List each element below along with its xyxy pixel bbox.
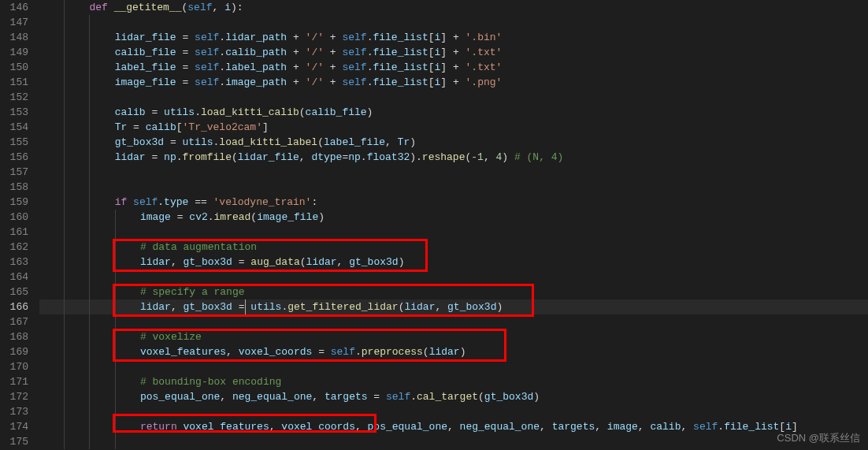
code-line: # data augmentation: [39, 240, 868, 255]
line-number-gutter: 1461471481491501511521531541551561571581…: [0, 0, 39, 450]
code-line: [39, 404, 868, 419]
line-number: 165: [0, 285, 28, 299]
line-number: 147: [0, 15, 28, 30]
line-number: 174: [0, 419, 28, 434]
code-line: label_file = self.label_path + '/' + sel…: [39, 60, 868, 75]
line-number: 148: [0, 30, 28, 45]
line-number: 157: [0, 165, 28, 180]
code-line: [39, 225, 868, 240]
code-line: image_file = self.image_path + '/' + sel…: [39, 75, 868, 90]
code-line: [39, 15, 868, 30]
code-line: return voxel_features, voxel_coords, pos…: [39, 419, 868, 434]
code-line: lidar = np.fromfile(lidar_file, dtype=np…: [39, 150, 868, 165]
line-number: 167: [0, 314, 28, 329]
code-line: pos_equal_one, neg_equal_one, targets = …: [39, 389, 868, 404]
code-line: image = cv2.imread(image_file): [39, 210, 868, 225]
line-number: 164: [0, 270, 28, 285]
code-line: calib = utils.load_kitti_calib(calib_fil…: [39, 105, 868, 120]
watermark: CSDN @联系丝信: [777, 430, 860, 445]
line-number: 150: [0, 60, 28, 75]
line-number: 162: [0, 240, 28, 255]
code-line: Tr = calib['Tr_velo2cam']: [39, 120, 868, 135]
code-line: [39, 270, 868, 285]
line-number: 166: [0, 299, 28, 314]
line-number: 171: [0, 374, 28, 389]
line-number: 146: [0, 0, 28, 15]
code-line: lidar, gt_box3d = aug_data(lidar, gt_box…: [39, 255, 868, 270]
line-number: 170: [0, 359, 28, 374]
code-line: [39, 180, 868, 195]
code-line: [39, 90, 868, 105]
line-number: 151: [0, 75, 28, 90]
code-line: lidar_file = self.lidar_path + '/' + sel…: [39, 30, 868, 45]
code-content[interactable]: def __getitem__(self, i): lidar_file = s…: [39, 0, 868, 450]
code-line: [39, 359, 868, 374]
line-number: 159: [0, 195, 28, 210]
code-line: [39, 434, 868, 449]
line-number: 168: [0, 329, 28, 344]
code-line: # bounding-box encoding: [39, 374, 868, 389]
code-line: [39, 165, 868, 180]
text-cursor: [245, 299, 246, 314]
line-number: 163: [0, 255, 28, 270]
line-number: 175: [0, 434, 28, 449]
code-line: if self.type == 'velodyne_train':: [39, 195, 868, 210]
code-line: voxel_features, voxel_coords = self.prep…: [39, 344, 868, 359]
code-line: def __getitem__(self, i):: [39, 0, 868, 15]
code-line: calib_file = self.calib_path + '/' + sel…: [39, 45, 868, 60]
line-number: 154: [0, 120, 28, 135]
line-number: 149: [0, 45, 28, 60]
line-number: 156: [0, 150, 28, 165]
line-number: 152: [0, 90, 28, 105]
line-number: 172: [0, 389, 28, 404]
line-number: 158: [0, 180, 28, 195]
code-line: # specify a range: [39, 285, 868, 299]
line-number: 169: [0, 344, 28, 359]
line-number: 160: [0, 210, 28, 225]
code-line: # voxelize: [39, 329, 868, 344]
code-line: gt_box3d = utils.load_kitti_label(label_…: [39, 135, 868, 150]
code-line: [39, 314, 868, 329]
line-number: 161: [0, 225, 28, 240]
line-number: 155: [0, 135, 28, 150]
line-number: 153: [0, 105, 28, 120]
code-editor[interactable]: 1461471481491501511521531541551561571581…: [0, 0, 868, 450]
line-number: 173: [0, 404, 28, 419]
code-line: lidar, gt_box3d = utils.get_filtered_lid…: [39, 299, 868, 314]
